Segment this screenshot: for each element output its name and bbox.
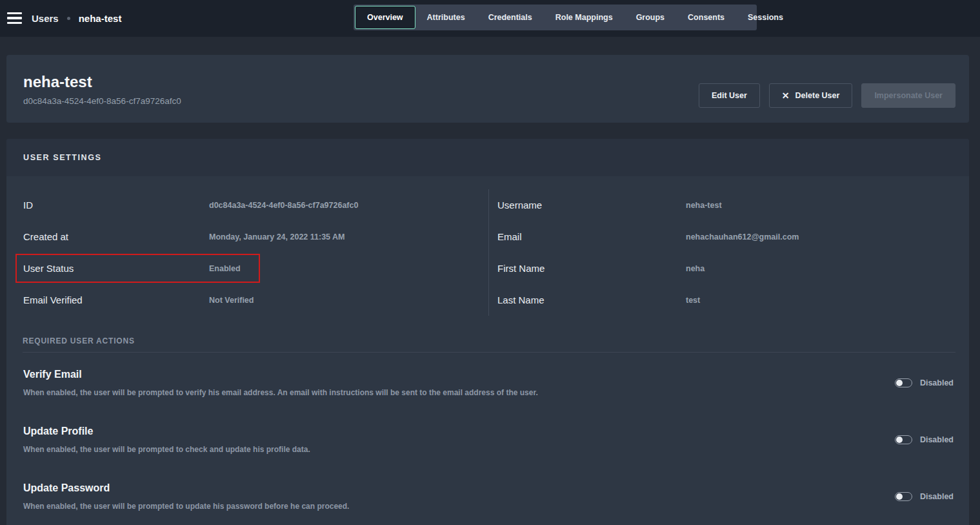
update-profile-state-label: Disabled — [920, 435, 954, 444]
field-value-last-name: test — [686, 296, 700, 305]
toggle-knob — [896, 380, 903, 386]
field-label-first-name: First Name — [497, 263, 686, 274]
top-navigation-bar: Users neha-test Overview Attributes Cred… — [0, 0, 980, 37]
verify-email-description: When enabled, the user will be prompted … — [23, 388, 538, 397]
required-user-actions-header: REQUIRED USER ACTIONS — [23, 336, 955, 353]
update-password-toggle[interactable] — [895, 492, 912, 501]
field-label-email-verified: Email Verified — [23, 294, 209, 305]
page-title: neha-test — [23, 73, 92, 91]
required-user-actions-divider — [23, 352, 955, 353]
breadcrumb-users-link[interactable]: Users — [32, 13, 59, 24]
delete-user-button[interactable]: ✕ Delete User — [769, 83, 853, 108]
user-settings-title: USER SETTINGS — [23, 153, 102, 162]
field-row-id: ID d0c84a3a-4524-4ef0-8a56-cf7a9726afc0 — [23, 189, 488, 221]
field-label-created-at: Created at — [23, 231, 209, 242]
required-user-actions-title: REQUIRED USER ACTIONS — [23, 336, 955, 345]
field-row-email: Email nehachauhan612@gmail.com — [497, 221, 969, 252]
fields-left-column: ID d0c84a3a-4524-4ef0-8a56-cf7a9726afc0 … — [23, 189, 488, 316]
user-id-subtitle: d0c84a3a-4524-4ef0-8a56-cf7a9726afc0 — [23, 96, 181, 106]
field-label-id: ID — [23, 200, 209, 211]
tab-consents[interactable]: Consents — [676, 6, 736, 29]
update-password-title: Update Password — [23, 482, 349, 494]
verify-email-toggle[interactable] — [895, 378, 912, 387]
field-row-username: Username neha-test — [497, 189, 969, 221]
tab-attributes[interactable]: Attributes — [415, 6, 477, 29]
hamburger-menu-icon[interactable] — [7, 12, 22, 24]
update-profile-title: Update Profile — [23, 426, 310, 437]
tab-groups[interactable]: Groups — [625, 6, 676, 29]
field-label-username: Username — [497, 200, 686, 211]
user-detail-tabs: Overview Attributes Credentials Role Map… — [354, 5, 757, 30]
action-row-update-password: Update Password When enabled, the user w… — [23, 482, 954, 511]
toggle-knob — [896, 437, 903, 443]
update-password-control: Disabled — [895, 492, 954, 501]
toggle-knob — [896, 493, 903, 500]
field-value-id: d0c84a3a-4524-4ef0-8a56-cf7a9726afc0 — [209, 201, 358, 210]
breadcrumb: Users neha-test — [32, 0, 121, 37]
field-row-last-name: Last Name test — [497, 284, 969, 316]
user-settings-section-header: USER SETTINGS — [6, 139, 969, 176]
tab-credentials[interactable]: Credentials — [477, 6, 544, 29]
update-profile-control: Disabled — [895, 435, 954, 444]
tab-role-mappings[interactable]: Role Mappings — [544, 6, 625, 29]
breadcrumb-separator-dot — [67, 17, 70, 20]
fields-right-column: Username neha-test Email nehachauhan612@… — [488, 189, 969, 316]
delete-x-icon: ✕ — [782, 90, 790, 101]
field-value-username: neha-test — [686, 201, 722, 210]
verify-email-state-label: Disabled — [920, 378, 954, 387]
field-row-user-status: User Status Enabled — [23, 252, 488, 284]
verify-email-text: Verify Email When enabled, the user will… — [23, 369, 538, 397]
field-value-email: nehachauhan612@gmail.com — [686, 232, 799, 242]
update-profile-text: Update Profile When enabled, the user wi… — [23, 426, 310, 454]
user-settings-fields: ID d0c84a3a-4524-4ef0-8a56-cf7a9726afc0 … — [6, 176, 969, 316]
field-row-first-name: First Name neha — [497, 252, 969, 284]
action-row-verify-email: Verify Email When enabled, the user will… — [23, 369, 954, 397]
update-password-description: When enabled, the user will be prompted … — [23, 502, 349, 511]
field-row-email-verified: Email Verified Not Verified — [23, 284, 488, 316]
update-password-text: Update Password When enabled, the user w… — [23, 482, 349, 511]
header-action-buttons: Edit User ✕ Delete User Impersonate User — [699, 83, 955, 108]
action-row-update-profile: Update Profile When enabled, the user wi… — [23, 426, 954, 454]
update-profile-description: When enabled, the user will be prompted … — [23, 445, 310, 454]
tab-overview[interactable]: Overview — [355, 6, 415, 29]
field-value-user-status: Enabled — [209, 264, 241, 273]
update-profile-toggle[interactable] — [895, 435, 912, 444]
field-label-last-name: Last Name — [497, 294, 686, 305]
update-password-state-label: Disabled — [920, 492, 954, 501]
breadcrumb-current-user: neha-test — [79, 13, 122, 24]
verify-email-control: Disabled — [895, 378, 954, 387]
tab-sessions[interactable]: Sessions — [736, 6, 795, 29]
verify-email-title: Verify Email — [23, 369, 538, 380]
field-value-email-verified: Not Verified — [209, 296, 254, 305]
user-header-card: neha-test d0c84a3a-4524-4ef0-8a56-cf7a97… — [6, 55, 969, 123]
field-row-created-at: Created at Monday, January 24, 2022 11:3… — [23, 221, 488, 252]
field-label-email: Email — [497, 231, 686, 242]
field-label-user-status: User Status — [23, 263, 209, 274]
impersonate-user-button[interactable]: Impersonate User — [861, 83, 955, 108]
user-settings-card: USER SETTINGS ID d0c84a3a-4524-4ef0-8a56… — [6, 139, 969, 525]
edit-user-button[interactable]: Edit User — [699, 83, 760, 108]
field-value-created-at: Monday, January 24, 2022 11:35 AM — [209, 232, 345, 242]
field-value-first-name: neha — [686, 264, 705, 273]
